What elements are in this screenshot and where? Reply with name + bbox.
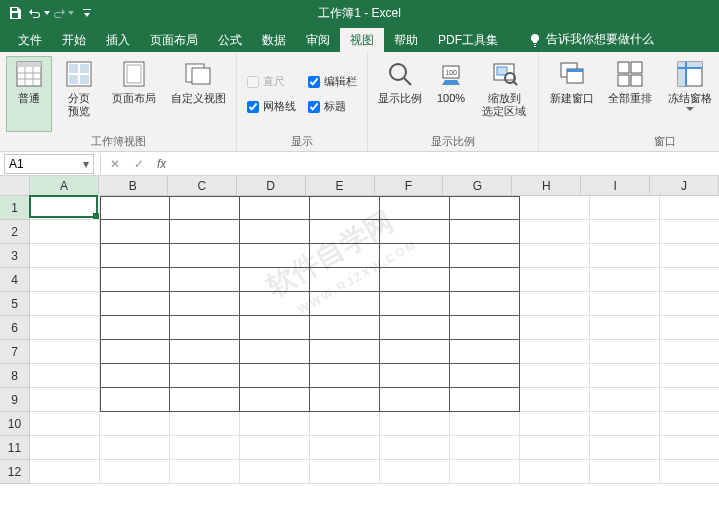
cell[interactable] [30,412,100,436]
cell[interactable] [660,220,719,244]
cell[interactable] [660,460,719,484]
cell[interactable] [100,340,170,364]
tab-5[interactable]: 数据 [252,28,296,52]
row-header[interactable]: 8 [0,364,30,388]
cell[interactable] [310,388,380,412]
cell[interactable] [30,292,100,316]
cell[interactable] [660,292,719,316]
arrange-all-button[interactable]: 全部重排 [603,56,657,132]
cell[interactable] [450,268,520,292]
tab-1[interactable]: 开始 [52,28,96,52]
cell[interactable] [520,340,590,364]
column-header[interactable]: B [99,176,168,196]
row-header[interactable]: 1 [0,196,30,220]
cell[interactable] [100,244,170,268]
cell[interactable] [240,412,310,436]
zoom-100-button[interactable]: 100 100% [430,56,472,132]
cell[interactable] [520,460,590,484]
cell[interactable] [660,412,719,436]
cell[interactable] [660,196,719,220]
formula-bar-checkbox[interactable]: 编辑栏 [304,72,361,91]
cell[interactable] [170,436,240,460]
cell[interactable] [590,244,660,268]
cell[interactable] [100,460,170,484]
cell[interactable] [450,196,520,220]
cell[interactable] [240,244,310,268]
cell[interactable] [380,388,450,412]
column-header[interactable]: F [375,176,444,196]
cell[interactable] [520,412,590,436]
tab-7[interactable]: 视图 [340,28,384,52]
cell[interactable] [240,364,310,388]
cell[interactable] [590,460,660,484]
cell[interactable] [240,268,310,292]
cell[interactable] [590,412,660,436]
column-header[interactable]: A [30,176,99,196]
cell[interactable] [100,388,170,412]
tab-2[interactable]: 插入 [96,28,140,52]
cell[interactable] [240,220,310,244]
formula-input[interactable] [172,154,719,174]
row-header[interactable]: 12 [0,460,30,484]
cell[interactable] [450,364,520,388]
cell[interactable] [450,220,520,244]
row-header[interactable]: 6 [0,316,30,340]
page-break-button[interactable]: 分页 预览 [56,56,102,132]
tab-6[interactable]: 审阅 [296,28,340,52]
column-header[interactable]: E [306,176,375,196]
cell[interactable] [240,292,310,316]
column-header[interactable]: H [512,176,581,196]
cell[interactable] [520,436,590,460]
cell[interactable] [310,364,380,388]
row-header[interactable]: 7 [0,340,30,364]
cell[interactable] [520,292,590,316]
cell[interactable] [310,196,380,220]
cell[interactable] [450,244,520,268]
column-header[interactable]: C [168,176,237,196]
tab-4[interactable]: 公式 [208,28,252,52]
row-header[interactable]: 9 [0,388,30,412]
cell[interactable] [170,460,240,484]
cell[interactable] [520,196,590,220]
cell[interactable] [310,460,380,484]
undo-button[interactable] [28,2,50,24]
ruler-checkbox[interactable]: 直尺 [243,72,300,91]
cell[interactable] [170,196,240,220]
cell[interactable] [380,460,450,484]
cell[interactable] [380,244,450,268]
cell[interactable] [100,220,170,244]
cell[interactable] [520,220,590,244]
tab-9[interactable]: PDF工具集 [428,28,508,52]
cell[interactable] [170,364,240,388]
cell[interactable] [100,364,170,388]
cell[interactable] [450,388,520,412]
cell[interactable] [450,412,520,436]
cell[interactable] [450,316,520,340]
cell[interactable] [310,292,380,316]
cell[interactable] [310,340,380,364]
save-button[interactable] [4,2,26,24]
cell[interactable] [590,340,660,364]
page-layout-button[interactable]: 页面布局 [106,56,162,132]
cell[interactable] [170,268,240,292]
cell[interactable] [590,196,660,220]
cell[interactable] [100,196,170,220]
cell[interactable] [170,244,240,268]
cell[interactable] [310,244,380,268]
cell[interactable] [100,268,170,292]
cell[interactable] [380,364,450,388]
enter-formula-button[interactable]: ✓ [127,154,151,174]
cell[interactable] [170,412,240,436]
freeze-panes-button[interactable]: 冻结窗格 [661,56,719,132]
cell[interactable] [520,316,590,340]
cancel-formula-button[interactable]: ✕ [103,154,127,174]
cell[interactable] [520,364,590,388]
cell[interactable] [310,268,380,292]
cell[interactable] [520,388,590,412]
cell[interactable] [310,220,380,244]
gridlines-checkbox[interactable]: 网格线 [243,97,300,116]
cell[interactable] [30,460,100,484]
cell[interactable] [380,292,450,316]
cell[interactable] [590,268,660,292]
cell[interactable] [170,292,240,316]
